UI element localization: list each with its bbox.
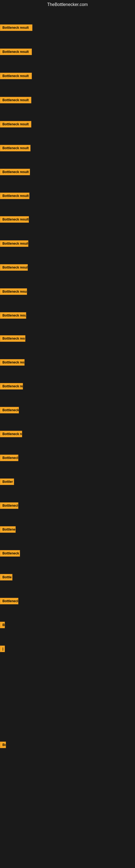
- bottleneck-item-26[interactable]: B: [0, 622, 5, 629]
- bottleneck-item-15[interactable]: Bottleneck result: [0, 359, 25, 367]
- bottleneck-badge-13: Bottleneck result: [0, 312, 26, 319]
- bottleneck-item-4[interactable]: Bottleneck result: [0, 97, 31, 104]
- bottleneck-item-23[interactable]: Bottleneck r: [0, 550, 20, 558]
- bottleneck-item-28[interactable]: Bo: [0, 742, 6, 749]
- bottleneck-badge-12: Bottleneck result: [0, 288, 27, 295]
- bottleneck-item-6[interactable]: Bottleneck result: [0, 145, 31, 152]
- bottleneck-badge-22: Bottlene: [0, 526, 16, 533]
- bottleneck-item-10[interactable]: Bottleneck result: [0, 240, 28, 248]
- bottleneck-item-13[interactable]: Bottleneck result: [0, 312, 26, 320]
- bottleneck-item-3[interactable]: Bottleneck result: [0, 73, 32, 80]
- bottleneck-badge-25: Bottleneck: [0, 598, 18, 604]
- bottleneck-item-22[interactable]: Bottlene: [0, 526, 16, 534]
- bottleneck-badge-21: Bottleneck: [0, 502, 18, 509]
- bottleneck-badge-1: Bottleneck result: [0, 24, 32, 31]
- bottleneck-item-24[interactable]: Bottle: [0, 574, 12, 582]
- bottleneck-badge-15: Bottleneck result: [0, 359, 25, 366]
- bottleneck-badge-11: Bottleneck result: [0, 264, 28, 271]
- bottleneck-item-2[interactable]: Bottleneck result: [0, 49, 32, 56]
- bottleneck-badge-10: Bottleneck result: [0, 240, 28, 247]
- bottleneck-badge-27: |: [0, 646, 5, 652]
- bottleneck-badge-24: Bottle: [0, 574, 12, 581]
- bottleneck-badge-19: Bottleneck: [0, 455, 18, 461]
- bottleneck-badge-7: Bottleneck result: [0, 169, 30, 175]
- bottleneck-item-20[interactable]: Bottler: [0, 478, 14, 486]
- bottleneck-badge-26: B: [0, 622, 5, 628]
- bottleneck-item-18[interactable]: Bottleneck res: [0, 431, 22, 438]
- bottleneck-badge-9: Bottleneck result: [0, 216, 29, 223]
- bottleneck-item-1[interactable]: Bottleneck result: [0, 24, 32, 32]
- bottleneck-badge-5: Bottleneck result: [0, 121, 31, 127]
- bottleneck-item-11[interactable]: Bottleneck result: [0, 264, 28, 272]
- bottleneck-badge-3: Bottleneck result: [0, 73, 32, 79]
- bottleneck-badge-23: Bottleneck r: [0, 550, 20, 557]
- bottleneck-badge-8: Bottleneck result: [0, 193, 30, 199]
- bottleneck-badge-17: Bottleneck: [0, 407, 19, 413]
- bottleneck-badge-2: Bottleneck result: [0, 49, 32, 55]
- bottleneck-badge-14: Bottleneck result: [0, 335, 26, 342]
- bottleneck-item-27[interactable]: |: [0, 646, 5, 653]
- bottleneck-item-8[interactable]: Bottleneck result: [0, 193, 30, 200]
- bottleneck-item-25[interactable]: Bottleneck: [0, 598, 18, 606]
- bottleneck-item-12[interactable]: Bottleneck result: [0, 288, 27, 296]
- bottleneck-badge-28: Bo: [0, 742, 6, 748]
- bottleneck-item-9[interactable]: Bottleneck result: [0, 216, 29, 224]
- bottleneck-item-5[interactable]: Bottleneck result: [0, 121, 31, 129]
- bottleneck-badge-6: Bottleneck result: [0, 145, 31, 151]
- bottleneck-badge-18: Bottleneck res: [0, 431, 22, 437]
- bottleneck-badge-4: Bottleneck result: [0, 97, 31, 103]
- bottleneck-badge-20: Bottler: [0, 478, 14, 485]
- bottleneck-item-14[interactable]: Bottleneck result: [0, 335, 26, 343]
- bottleneck-item-16[interactable]: Bottleneck resu: [0, 383, 23, 391]
- bottleneck-item-7[interactable]: Bottleneck result: [0, 169, 30, 176]
- bottleneck-item-21[interactable]: Bottleneck: [0, 502, 18, 510]
- site-title: TheBottlenecker.com: [0, 0, 135, 9]
- bottleneck-item-17[interactable]: Bottleneck: [0, 407, 19, 414]
- bottleneck-badge-16: Bottleneck resu: [0, 383, 23, 390]
- bottleneck-item-19[interactable]: Bottleneck: [0, 455, 18, 462]
